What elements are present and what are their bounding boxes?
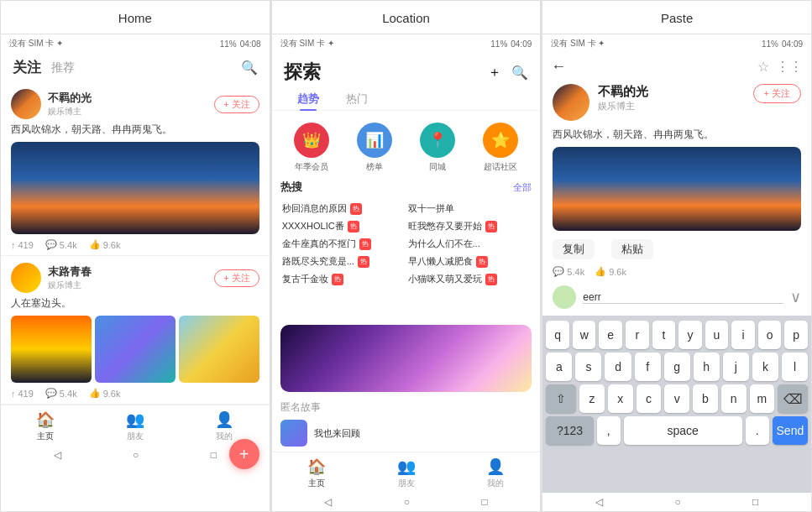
space-key[interactable]: space xyxy=(624,416,742,445)
comment-action-1[interactable]: 💬 5.4k xyxy=(45,239,77,250)
comment-action-2[interactable]: 💬 5.4k xyxy=(45,388,77,399)
nav-profile[interactable]: 👤 我的 xyxy=(180,410,270,442)
hot-item-l1[interactable]: 秒回消息的原因 热 xyxy=(280,200,406,217)
search-icon-loc[interactable]: 🔍 xyxy=(511,65,528,81)
hot-badge-l1: 热 xyxy=(350,203,362,215)
follow-btn-2[interactable]: + 关注 xyxy=(214,269,259,287)
tab-follow[interactable]: 关注 xyxy=(13,58,41,77)
time-paste: 04:09 xyxy=(782,39,803,49)
key-i[interactable]: i xyxy=(731,321,755,349)
key-j[interactable]: j xyxy=(723,353,749,381)
profile-follow-btn[interactable]: + 关注 xyxy=(753,84,801,103)
cat-city[interactable]: 📍 同城 xyxy=(420,123,455,173)
home-loc[interactable]: ○ xyxy=(404,496,410,508)
send-key[interactable]: Send xyxy=(773,416,808,445)
cat-rank[interactable]: 📊 榜单 xyxy=(357,123,392,173)
key-c[interactable]: c xyxy=(637,384,662,413)
share-action-2[interactable]: ↑ 419 xyxy=(11,389,34,399)
key-r[interactable]: r xyxy=(626,321,649,349)
nav-friends[interactable]: 👥 朋友 xyxy=(91,410,181,442)
share-action-1[interactable]: ↑ 419 xyxy=(11,240,34,250)
nav-home-loc[interactable]: 🏠 主页 xyxy=(272,457,362,489)
key-m[interactable]: m xyxy=(750,384,775,413)
key-g[interactable]: g xyxy=(664,353,690,381)
recents-btn-android[interactable]: □ xyxy=(211,449,217,461)
number-key[interactable]: ?123 xyxy=(546,416,593,445)
comment-input-field[interactable] xyxy=(583,291,783,304)
key-z[interactable]: z xyxy=(579,384,605,413)
keyboard: q w e r t y u i o p a s d f g h j k l xyxy=(542,316,811,493)
hot-item-r4[interactable]: 早八懒人减肥食 热 xyxy=(406,253,532,270)
key-t[interactable]: t xyxy=(652,321,676,349)
copy-btn[interactable]: 复制 xyxy=(553,239,595,259)
key-e[interactable]: e xyxy=(599,321,622,349)
hot-item-l5[interactable]: 复古千金妆 热 xyxy=(280,270,406,288)
key-v[interactable]: v xyxy=(664,384,689,413)
cat-vip[interactable]: 👑 年季会员 xyxy=(294,123,329,173)
hot-all-btn[interactable]: 全部 xyxy=(513,181,532,194)
key-u[interactable]: u xyxy=(705,321,729,349)
back-paste[interactable]: ◁ xyxy=(595,496,603,508)
hot-item-r1[interactable]: 双十一拼单 xyxy=(406,200,532,217)
search-icon[interactable]: 🔍 xyxy=(241,60,258,76)
cat-label-rank: 榜单 xyxy=(366,161,383,173)
comment-action-paste[interactable]: 💬 5.4k xyxy=(553,266,584,277)
like-action-1[interactable]: 👍 9.6k xyxy=(89,239,121,250)
key-h[interactable]: h xyxy=(694,353,720,381)
like-action-paste[interactable]: 👍 9.6k xyxy=(595,266,626,277)
tab-recommend[interactable]: 推荐 xyxy=(51,60,75,76)
nav-profile-loc[interactable]: 👤 我的 xyxy=(451,457,541,489)
period-key[interactable]: . xyxy=(746,416,769,445)
key-k[interactable]: k xyxy=(752,353,778,381)
add-icon[interactable]: ＋ xyxy=(488,64,501,81)
back-arrow[interactable]: ← xyxy=(551,58,566,76)
profile-avatar xyxy=(553,84,589,121)
key-f[interactable]: f xyxy=(635,353,661,381)
key-s[interactable]: s xyxy=(575,353,601,381)
shift-key[interactable]: ⇧ xyxy=(546,384,576,413)
keyboard-collapse-icon[interactable]: ∨ xyxy=(790,288,801,306)
hot-item-l4[interactable]: 路既尽头究竟是... 热 xyxy=(280,253,406,270)
nav-home[interactable]: 🏠 主页 xyxy=(1,410,91,442)
hot-item-l3[interactable]: 金牛座真的不抠门 热 xyxy=(280,235,406,253)
like-action-2[interactable]: 👍 9.6k xyxy=(89,388,121,399)
hot-item-r5[interactable]: 小猫咪又萌又爱玩 热 xyxy=(406,270,532,288)
back-btn-android[interactable]: ◁ xyxy=(54,449,61,461)
cat-super[interactable]: ⭐ 超话社区 xyxy=(483,123,518,173)
hot-item-l2[interactable]: XXXXHOLIC番 热 xyxy=(280,217,406,235)
post-card-1: 不羁的光 娱乐博主 + 关注 西风吹锦水，朝天路、冉冉两鬼飞。 ↑ 419 💬 … xyxy=(1,82,270,256)
fab-button[interactable]: + xyxy=(229,439,259,469)
key-l[interactable]: l xyxy=(782,353,808,381)
home-header: Home xyxy=(1,1,270,34)
tab-hot[interactable]: 热门 xyxy=(333,88,381,110)
key-a[interactable]: a xyxy=(546,353,572,381)
like-icon-2: 👍 xyxy=(89,388,101,399)
key-d[interactable]: d xyxy=(605,353,631,381)
home-btn-android[interactable]: ○ xyxy=(133,449,139,461)
follow-btn-1[interactable]: + 关注 xyxy=(214,96,259,113)
key-w[interactable]: w xyxy=(573,321,596,349)
bottom-nav-loc: 🏠 主页 👥 朋友 👤 我的 xyxy=(272,452,541,493)
key-p[interactable]: p xyxy=(784,321,808,349)
key-x[interactable]: x xyxy=(608,384,633,413)
nav-friends-loc[interactable]: 👥 朋友 xyxy=(361,457,451,489)
more-icon[interactable]: ⋮⋮ xyxy=(776,59,803,75)
tab-trend[interactable]: 趋势 xyxy=(284,88,333,110)
story-item-1[interactable]: 我也来回顾 xyxy=(280,418,532,448)
comma-key[interactable]: , xyxy=(597,416,621,445)
key-q[interactable]: q xyxy=(546,321,569,349)
back-loc[interactable]: ◁ xyxy=(324,496,332,508)
recents-loc[interactable]: □ xyxy=(481,496,487,508)
delete-key[interactable]: ⌫ xyxy=(778,384,808,413)
key-n[interactable]: n xyxy=(721,384,747,413)
paste-btn[interactable]: 粘贴 xyxy=(611,239,653,259)
hot-item-r2[interactable]: 旺我憋存又要开始 热 xyxy=(406,217,532,235)
key-y[interactable]: y xyxy=(678,321,702,349)
key-o[interactable]: o xyxy=(758,321,782,349)
recents-paste[interactable]: □ xyxy=(752,496,758,508)
status-bar-paste: 没有 SIM 卡 ✦ 11% 04:09 xyxy=(542,34,811,53)
star-icon[interactable]: ☆ xyxy=(757,59,769,75)
hot-item-r3[interactable]: 为什么人们不在... xyxy=(406,235,532,253)
key-b[interactable]: b xyxy=(693,384,718,413)
home-paste[interactable]: ○ xyxy=(674,496,680,508)
